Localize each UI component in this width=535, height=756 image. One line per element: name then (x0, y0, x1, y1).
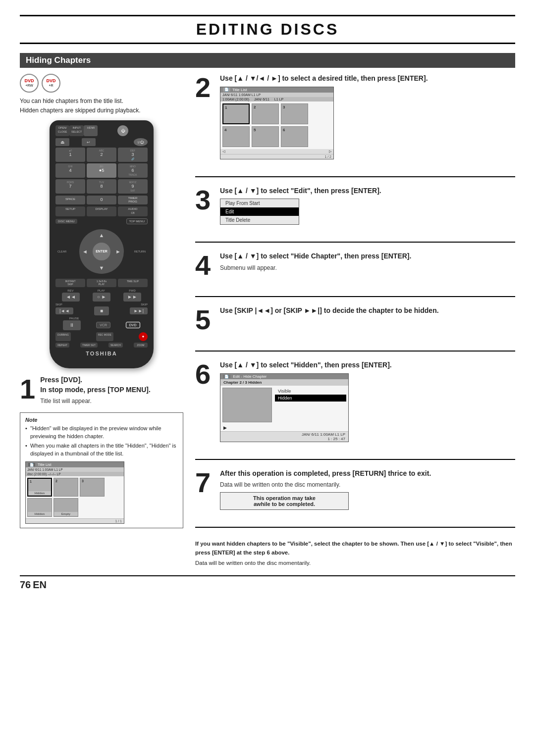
nav-right-button[interactable]: ► (115, 249, 121, 254)
disc-menu-row: DISC MENU TOP MENU (55, 218, 148, 224)
enter-button[interactable]: ENTER (93, 243, 110, 260)
mini-thumb-5: Empty (54, 498, 78, 517)
skip-buttons-row: |◄◄ ■ ►►| (55, 306, 148, 315)
power-button[interactable]: ⏻ (117, 125, 128, 136)
clear-label: CLEAR (57, 250, 66, 253)
note-item-2: When you make all chapters in the title … (30, 442, 178, 457)
menu-play-from-start[interactable]: Play From Start (220, 199, 299, 207)
ff-button[interactable]: ►► (123, 293, 141, 302)
menu-title-delete[interactable]: Title Delete (220, 216, 299, 224)
screen2-thumb-1: 1 (222, 103, 250, 124)
play-button[interactable]: ○ ► (93, 293, 110, 302)
remote-control: OPEN/CLOSE INPUTSELECT HDMI ⏻ ⏏ ↩ I/⏻ ●/… (50, 120, 154, 368)
screen2-nav-arrows: ◁ ▷ (220, 149, 333, 154)
open-close-button[interactable]: OPEN/CLOSE (55, 125, 69, 136)
num2-button[interactable]: ABC 2 (87, 148, 116, 162)
step7-title: After this operation is completed, press… (220, 469, 515, 479)
num8-button[interactable]: TUV 8 (87, 179, 116, 194)
hide-chapter-screen: 📄 Edit - Hide Chapter Chapter 2 / 3 Hidd… (220, 373, 349, 442)
nav-up-button[interactable]: ▲ (99, 232, 105, 238)
zoom-button[interactable]: ZOOM (134, 343, 148, 348)
note-box: Note "Hidden" will be displayed in the p… (20, 412, 183, 528)
step6-content: Use [▲ / ▼] to select "Hidden", then pre… (220, 360, 515, 442)
step6-title: Use [▲ / ▼] to select "Hidden", then pre… (220, 360, 515, 370)
num5-button[interactable]: JKL ●5 (87, 163, 116, 178)
dvd-logo-r: DVD +R (42, 74, 60, 93)
nav-circle-container: CLEAR ▲ ▼ ◄ ► ENTER RETURN (55, 227, 148, 276)
step3-box: 3 Use [▲ / ▼] to select "Edit", then pre… (195, 186, 515, 225)
rec-button[interactable]: ● (139, 332, 148, 341)
dubbing-button[interactable]: DUBBING (55, 332, 71, 341)
content-area: DVD +RW DVD +R You can hide chapters fro… (20, 74, 515, 567)
num7-button[interactable]: PQRS 7 (55, 179, 85, 194)
numpad: ●/! 1 ABC 2 DEF 3 🔗 GHI 4 (55, 148, 148, 193)
step7-sub: Data will be written onto the disc momen… (220, 481, 515, 488)
step3-number: 3 (195, 186, 215, 214)
stop-button[interactable]: ■ (94, 306, 109, 315)
eject-button[interactable]: ⏏ (55, 138, 69, 146)
divider4 (195, 351, 515, 352)
num1-button[interactable]: ●/! 1 (55, 148, 85, 162)
num3-button[interactable]: DEF 3 🔗 (118, 148, 148, 162)
divider2 (195, 242, 515, 243)
menu-edit[interactable]: Edit (220, 207, 299, 216)
hide-option-hidden[interactable]: Hidden (275, 395, 346, 402)
audio-button[interactable]: AUDIOCB (118, 206, 148, 216)
screen2-header1: JAN/ 6/11 1:00AM L1 LP (220, 93, 333, 97)
mini-title-list-screen: 📄 Title List JAN/ 6/11 1:00AM L1 LP disc… (25, 461, 124, 524)
step4-content: Use [▲ / ▼] to select "Hide Chapter", th… (220, 252, 515, 274)
screen2-footer: 1 / 2 (220, 154, 333, 159)
step4-title: Use [▲ / ▼] to select "Hide Chapter", th… (220, 252, 515, 261)
rec-mode-button[interactable]: REC MODE (96, 332, 113, 341)
pause-button[interactable]: ⏸ (63, 320, 81, 330)
hide-titlebar: 📄 Edit - Hide Chapter (220, 374, 348, 379)
setup-button[interactable]: SETUP (55, 206, 85, 216)
num0-button[interactable]: 0 (87, 196, 116, 204)
input-select-button[interactable]: INPUTSELECT (69, 125, 84, 136)
nav-down-button[interactable]: ▼ (99, 265, 105, 271)
section-header: Hiding Chapters (20, 53, 515, 68)
step4-box: 4 Use [▲ / ▼] to select "Hide Chapter", … (195, 252, 515, 279)
time-slip-button[interactable]: TIME SLIP (118, 279, 148, 287)
eject-row: ⏏ ↩ I/⏻ (55, 138, 148, 146)
step4-sub: Submenu will appear. (220, 264, 515, 271)
hide-option-visible[interactable]: Visible (275, 388, 346, 395)
repeat-button[interactable]: REPEAT (55, 343, 69, 348)
hide-footer: JAN/ 6/11 1:00AM L1 LP 1 : 25 : 47 (220, 431, 348, 442)
screen2-header2: 1:00AM (2:00:00) JAN/ 6/11 L1 LP (220, 97, 333, 101)
rew-button[interactable]: ◄◄ (62, 293, 80, 302)
play-speed-button[interactable]: 1.3x/0.8xPLAY (87, 279, 116, 287)
disc-menu-button[interactable]: DISC MENU (55, 219, 77, 224)
pause-vcr-dvd-row: ⏸ VCR DVD (55, 320, 148, 330)
screen2-titlebar: 📄 Title List (220, 87, 333, 93)
mini-thumbs2: Hidden Empty (26, 498, 124, 518)
screen2-thumb-6: 6 (281, 126, 308, 147)
skip-next-button[interactable]: ►►| (130, 307, 148, 314)
input-arrow-button[interactable]: ↩ (82, 138, 96, 146)
num6-button[interactable]: MNO 6 TRACK (118, 163, 148, 178)
nav-left-button[interactable]: ◄ (82, 249, 88, 254)
timer-set-button[interactable]: TIMER SET (80, 343, 98, 348)
num9-button[interactable]: WXYZ 9 SAT (118, 179, 148, 194)
step7-box: 7 After this operation is completed, pre… (195, 469, 515, 510)
display-button[interactable]: DISPLAY (87, 206, 116, 216)
space-button[interactable]: SPACE (55, 196, 85, 204)
skip-prev-button[interactable]: |◄◄ (55, 307, 73, 314)
vcr-mode-button[interactable]: VCR (96, 322, 110, 328)
hide-play-arrow: ▶ (220, 424, 348, 431)
toshiba-logo: TOSHIBA (55, 351, 148, 356)
top-menu-button[interactable]: TOP MENU (126, 218, 148, 224)
screen2-thumbs2: 4 5 6 (220, 126, 333, 149)
hide-options: Visible Hidden (275, 388, 346, 422)
space-row: SPACE 0 TIMERPROG (55, 196, 148, 204)
search-button[interactable]: SEARCH (108, 343, 123, 348)
timer-prog-button[interactable]: TIMERPROG (118, 196, 148, 204)
hide-chapter-row: Chapter 2 / 3 Hidden (220, 379, 348, 386)
hdmi-button[interactable]: HDMI (84, 125, 98, 136)
step2-content: Use [▲ / ▼/◄ / ►] to select a desired ti… (220, 74, 515, 159)
power-circle-button[interactable]: I/⏻ (134, 138, 148, 146)
dvd-mode-button[interactable]: DVD (126, 322, 140, 328)
instant-skip-button[interactable]: INSTANTSKIP (55, 279, 85, 287)
setup-row: SETUP DISPLAY AUDIOCB (55, 206, 148, 216)
num4-button[interactable]: GHI 4 (55, 163, 85, 178)
